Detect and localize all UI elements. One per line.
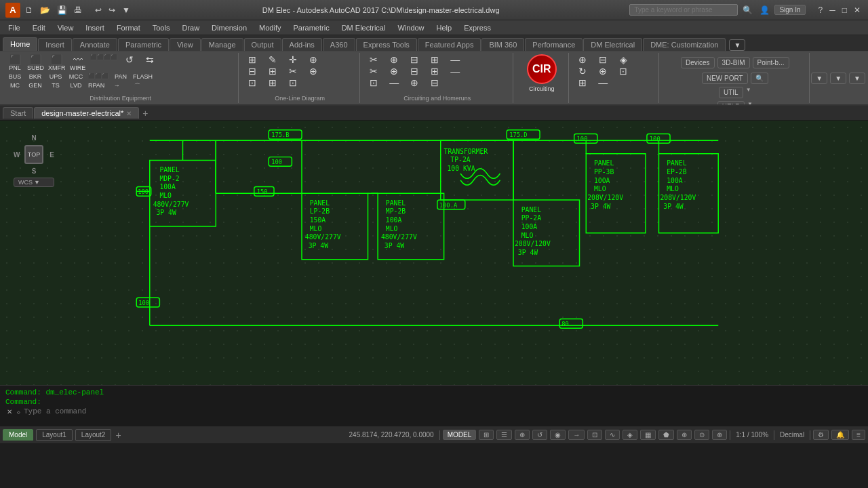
edt2-btn4[interactable]: ⊞ xyxy=(425,66,444,77)
maximize-button[interactable]: □ xyxy=(840,4,849,16)
move-btn[interactable]: ✛ xyxy=(283,54,302,65)
sel-cycle-button[interactable]: ▦ xyxy=(640,430,656,440)
flash-button[interactable]: FLASH xyxy=(132,73,154,81)
mcc-button[interactable]: MCC xyxy=(66,73,85,81)
add-layout-button[interactable]: + xyxy=(114,430,122,441)
edt-btn4[interactable]: ⊞ xyxy=(425,54,444,65)
tab-addins[interactable]: Add-ins xyxy=(282,38,322,51)
user-button[interactable]: 👤 xyxy=(757,4,772,16)
tab-insert[interactable]: Insert xyxy=(38,38,72,51)
cir-btn4[interactable]: ↻ xyxy=(573,66,592,77)
menu-format[interactable]: Format xyxy=(111,22,146,33)
dyn-input-button[interactable]: ⊙ xyxy=(694,430,709,440)
lwt-button[interactable]: ∿ xyxy=(605,430,620,440)
cir-btn7[interactable]: ⊞ xyxy=(573,77,592,88)
add-tab-button[interactable]: + xyxy=(140,108,151,119)
wire-button[interactable]: 〰WIRE xyxy=(68,54,87,72)
drawing-canvas[interactable]: N S E W TOP WCS ▼ PANEL MDP-2 100A MLO xyxy=(0,121,868,385)
open-button[interactable]: 📂 xyxy=(38,4,52,16)
menu-window[interactable]: Window xyxy=(392,22,429,33)
xmfr-button[interactable]: ⬛XMFR xyxy=(47,54,67,72)
grid-button[interactable]: ⊞ xyxy=(479,430,494,440)
arc-button[interactable]: ⌒ xyxy=(127,81,146,92)
pan-button[interactable]: PAN xyxy=(111,73,130,81)
grid-btn1[interactable]: ⊞ xyxy=(243,54,262,65)
tool3-btn3[interactable]: ⊡ xyxy=(283,77,302,88)
tab-express-tools[interactable]: Express Tools xyxy=(356,38,417,51)
edt3-btn3[interactable]: ⊕ xyxy=(405,77,424,88)
undo-button[interactable]: ↩ xyxy=(93,4,104,16)
tab-bim360[interactable]: BIM 360 xyxy=(481,38,524,51)
pnl-button[interactable]: ⬛PNL xyxy=(5,54,24,72)
tab-dme-customization[interactable]: DME: Customization xyxy=(643,38,726,51)
search-ribbon-button[interactable]: 🔍 xyxy=(751,73,768,84)
notifications-button[interactable]: 🔔 xyxy=(831,430,849,440)
edt2-btn1[interactable]: ✂ xyxy=(364,66,383,77)
newport-button[interactable]: NEW PORT xyxy=(702,73,748,84)
cir-btn1[interactable]: ⊕ xyxy=(573,54,592,65)
ribbon-extra-button[interactable]: ▼ xyxy=(729,39,745,51)
3d-osnap-button[interactable]: ⬟ xyxy=(658,430,674,440)
menu-dm-electrical[interactable]: DM Electrical xyxy=(336,22,391,33)
edt2-btn3[interactable]: ⊟ xyxy=(405,66,424,77)
tool2-btn1[interactable]: ⊟ xyxy=(243,66,262,77)
menu-insert[interactable]: Insert xyxy=(80,22,110,33)
command-close-button[interactable]: ✕ xyxy=(5,408,14,415)
tab-annotate[interactable]: Annotate xyxy=(73,38,117,51)
tab-parametric[interactable]: Parametric xyxy=(118,38,169,51)
tab-featured-apps[interactable]: Featured Apps xyxy=(418,38,481,51)
layout-1[interactable]: Layout1 xyxy=(36,429,73,441)
layout-model[interactable]: Model xyxy=(3,429,33,441)
rpan-button[interactable]: RPAN xyxy=(87,81,106,89)
dynucs-button[interactable]: ⊕ xyxy=(677,430,692,440)
pointb-button[interactable]: Point-b... xyxy=(753,57,789,68)
edt2-btn5[interactable]: — xyxy=(446,66,465,77)
subd-button[interactable]: ⬛SUBD xyxy=(26,54,45,72)
cir-btn8[interactable]: — xyxy=(593,77,612,88)
tool3-btn2[interactable]: ⊞ xyxy=(263,77,282,88)
3dbim-button[interactable]: 3D-BIM xyxy=(717,57,750,68)
dropdown1[interactable]: ▼ xyxy=(811,73,827,84)
tool2-btn3[interactable]: ✂ xyxy=(283,66,302,77)
panel-options-btn[interactable]: ⬛⬛⬛⬛ xyxy=(89,54,119,60)
doc-tab-close[interactable]: ✕ xyxy=(126,110,132,117)
workspace-settings-button[interactable]: ⚙ xyxy=(813,430,829,440)
tool3-btn1[interactable]: ⊡ xyxy=(243,77,262,88)
dropdown2[interactable]: ▼ xyxy=(830,73,846,84)
devices-button[interactable]: Devices xyxy=(681,57,715,68)
tab-output[interactable]: Output xyxy=(244,38,281,51)
mirror-button[interactable]: ⇆ xyxy=(140,54,159,65)
menu-edit[interactable]: Edit xyxy=(27,22,51,33)
more-button[interactable]: ▼ xyxy=(120,4,132,16)
lvd-button[interactable]: LVD xyxy=(66,81,85,89)
cir-btn2[interactable]: ⊟ xyxy=(593,54,612,65)
measure-btn[interactable]: ⊕ xyxy=(304,54,323,65)
search-button[interactable]: 🔍 xyxy=(741,4,755,16)
xfmr-button[interactable]: ⬛⬛⬛ xyxy=(87,73,110,80)
ups-button[interactable]: UPS xyxy=(46,73,65,81)
transparency-button[interactable]: ◈ xyxy=(623,430,637,440)
tab-performance[interactable]: Performance xyxy=(525,38,583,51)
tool2-btn4[interactable]: ⊕ xyxy=(304,66,323,77)
ortho-button[interactable]: ⊕ xyxy=(515,430,530,440)
cir-btn5[interactable]: ⊕ xyxy=(593,66,612,77)
polar-button[interactable]: ↺ xyxy=(532,430,547,440)
ducs-button[interactable]: ⊡ xyxy=(587,430,602,440)
menu-tools[interactable]: Tools xyxy=(147,22,176,33)
qprops-button[interactable]: ⊕ xyxy=(712,430,727,440)
otrack-button[interactable]: → xyxy=(568,430,585,440)
help-button[interactable]: HELP xyxy=(717,101,745,106)
gen-button[interactable]: GEN xyxy=(26,81,45,89)
edt3-btn2[interactable]: — xyxy=(384,77,403,88)
sign-in-button[interactable]: Sign In xyxy=(774,5,805,15)
menu-dimension[interactable]: Dimension xyxy=(206,22,252,33)
model-button[interactable]: MODEL xyxy=(443,430,477,440)
menu-view[interactable]: View xyxy=(52,22,79,33)
tab-manage[interactable]: Manage xyxy=(201,38,243,51)
edit-btn1[interactable]: ✎ xyxy=(263,54,282,65)
edt-btn5[interactable]: — xyxy=(446,54,465,65)
doc-tab-main[interactable]: design-master-electrical* ✕ xyxy=(34,107,139,119)
edt3-btn1[interactable]: ⊡ xyxy=(364,77,383,88)
dropdown3[interactable]: ▼ xyxy=(849,73,865,84)
edt2-btn2[interactable]: ⊕ xyxy=(384,66,403,77)
